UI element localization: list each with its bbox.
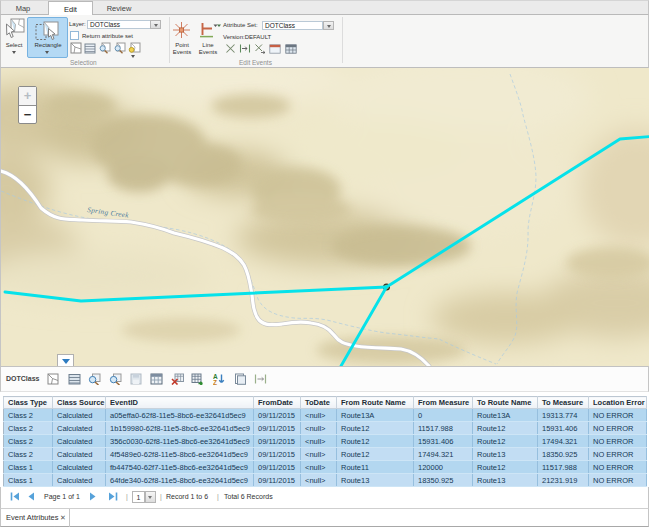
svg-text:Z: Z bbox=[213, 379, 217, 385]
